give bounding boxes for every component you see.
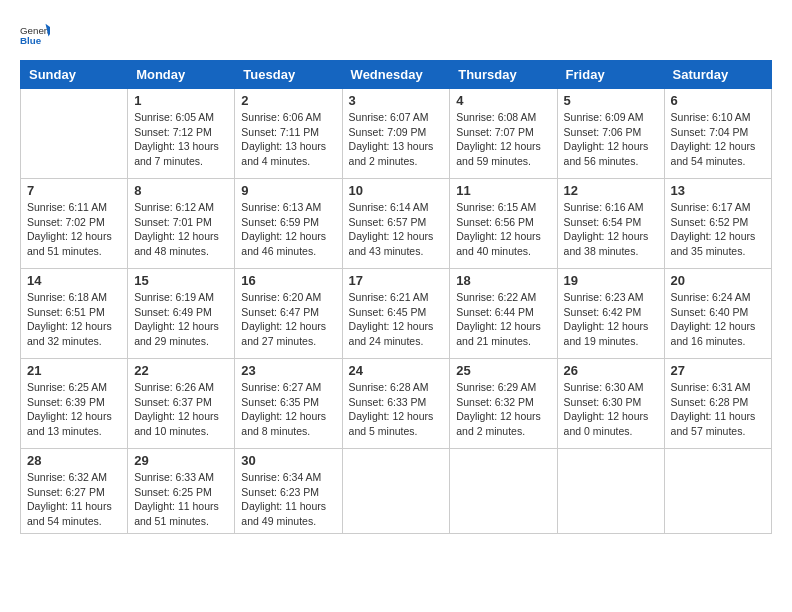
calendar-cell: 25Sunrise: 6:29 AMSunset: 6:32 PMDayligh…: [450, 359, 557, 449]
sunset-text: Sunset: 6:44 PM: [456, 305, 550, 320]
cell-content: Sunrise: 6:29 AMSunset: 6:32 PMDaylight:…: [456, 380, 550, 439]
cell-content: Sunrise: 6:17 AMSunset: 6:52 PMDaylight:…: [671, 200, 765, 259]
sunset-text: Sunset: 6:52 PM: [671, 215, 765, 230]
cell-content: Sunrise: 6:16 AMSunset: 6:54 PMDaylight:…: [564, 200, 658, 259]
daylight-text: Daylight: 12 hours and 13 minutes.: [27, 409, 121, 438]
day-number: 17: [349, 273, 444, 288]
sunrise-text: Sunrise: 6:15 AM: [456, 200, 550, 215]
sunrise-text: Sunrise: 6:33 AM: [134, 470, 228, 485]
calendar-cell: 24Sunrise: 6:28 AMSunset: 6:33 PMDayligh…: [342, 359, 450, 449]
daylight-text: Daylight: 13 hours and 4 minutes.: [241, 139, 335, 168]
daylight-text: Daylight: 13 hours and 7 minutes.: [134, 139, 228, 168]
day-number: 22: [134, 363, 228, 378]
sunset-text: Sunset: 6:28 PM: [671, 395, 765, 410]
sunrise-text: Sunrise: 6:08 AM: [456, 110, 550, 125]
day-number: 3: [349, 93, 444, 108]
sunrise-text: Sunrise: 6:19 AM: [134, 290, 228, 305]
daylight-text: Daylight: 12 hours and 46 minutes.: [241, 229, 335, 258]
daylight-text: Daylight: 12 hours and 10 minutes.: [134, 409, 228, 438]
svg-text:General: General: [20, 25, 50, 36]
sunrise-text: Sunrise: 6:26 AM: [134, 380, 228, 395]
day-number: 7: [27, 183, 121, 198]
day-number: 13: [671, 183, 765, 198]
calendar-week-row: 7Sunrise: 6:11 AMSunset: 7:02 PMDaylight…: [21, 179, 772, 269]
day-number: 1: [134, 93, 228, 108]
cell-content: Sunrise: 6:09 AMSunset: 7:06 PMDaylight:…: [564, 110, 658, 169]
day-number: 14: [27, 273, 121, 288]
day-number: 29: [134, 453, 228, 468]
weekday-header: Wednesday: [342, 61, 450, 89]
cell-content: Sunrise: 6:34 AMSunset: 6:23 PMDaylight:…: [241, 470, 335, 529]
calendar-cell: 11Sunrise: 6:15 AMSunset: 6:56 PMDayligh…: [450, 179, 557, 269]
calendar-cell: 8Sunrise: 6:12 AMSunset: 7:01 PMDaylight…: [128, 179, 235, 269]
calendar-week-row: 28Sunrise: 6:32 AMSunset: 6:27 PMDayligh…: [21, 449, 772, 534]
daylight-text: Daylight: 12 hours and 8 minutes.: [241, 409, 335, 438]
sunrise-text: Sunrise: 6:07 AM: [349, 110, 444, 125]
sunrise-text: Sunrise: 6:22 AM: [456, 290, 550, 305]
calendar-cell: 18Sunrise: 6:22 AMSunset: 6:44 PMDayligh…: [450, 269, 557, 359]
calendar-cell: 30Sunrise: 6:34 AMSunset: 6:23 PMDayligh…: [235, 449, 342, 534]
sunrise-text: Sunrise: 6:05 AM: [134, 110, 228, 125]
calendar-cell: 15Sunrise: 6:19 AMSunset: 6:49 PMDayligh…: [128, 269, 235, 359]
daylight-text: Daylight: 12 hours and 56 minutes.: [564, 139, 658, 168]
sunrise-text: Sunrise: 6:13 AM: [241, 200, 335, 215]
calendar-cell: [342, 449, 450, 534]
sunset-text: Sunset: 7:12 PM: [134, 125, 228, 140]
calendar-cell: 4Sunrise: 6:08 AMSunset: 7:07 PMDaylight…: [450, 89, 557, 179]
sunset-text: Sunset: 6:49 PM: [134, 305, 228, 320]
cell-content: Sunrise: 6:05 AMSunset: 7:12 PMDaylight:…: [134, 110, 228, 169]
calendar-cell: 19Sunrise: 6:23 AMSunset: 6:42 PMDayligh…: [557, 269, 664, 359]
calendar-cell: 14Sunrise: 6:18 AMSunset: 6:51 PMDayligh…: [21, 269, 128, 359]
cell-content: Sunrise: 6:25 AMSunset: 6:39 PMDaylight:…: [27, 380, 121, 439]
day-number: 19: [564, 273, 658, 288]
sunset-text: Sunset: 6:25 PM: [134, 485, 228, 500]
sunrise-text: Sunrise: 6:31 AM: [671, 380, 765, 395]
day-number: 21: [27, 363, 121, 378]
day-number: 5: [564, 93, 658, 108]
day-number: 30: [241, 453, 335, 468]
weekday-header: Thursday: [450, 61, 557, 89]
day-number: 26: [564, 363, 658, 378]
cell-content: Sunrise: 6:08 AMSunset: 7:07 PMDaylight:…: [456, 110, 550, 169]
calendar-cell: 3Sunrise: 6:07 AMSunset: 7:09 PMDaylight…: [342, 89, 450, 179]
daylight-text: Daylight: 12 hours and 43 minutes.: [349, 229, 444, 258]
calendar-cell: 20Sunrise: 6:24 AMSunset: 6:40 PMDayligh…: [664, 269, 771, 359]
sunrise-text: Sunrise: 6:11 AM: [27, 200, 121, 215]
svg-text:Blue: Blue: [20, 35, 42, 46]
sunset-text: Sunset: 6:57 PM: [349, 215, 444, 230]
calendar-cell: 29Sunrise: 6:33 AMSunset: 6:25 PMDayligh…: [128, 449, 235, 534]
daylight-text: Daylight: 12 hours and 48 minutes.: [134, 229, 228, 258]
sunset-text: Sunset: 6:56 PM: [456, 215, 550, 230]
sunrise-text: Sunrise: 6:21 AM: [349, 290, 444, 305]
daylight-text: Daylight: 12 hours and 5 minutes.: [349, 409, 444, 438]
sunset-text: Sunset: 6:35 PM: [241, 395, 335, 410]
calendar-cell: 21Sunrise: 6:25 AMSunset: 6:39 PMDayligh…: [21, 359, 128, 449]
day-number: 10: [349, 183, 444, 198]
sunrise-text: Sunrise: 6:30 AM: [564, 380, 658, 395]
day-number: 6: [671, 93, 765, 108]
daylight-text: Daylight: 12 hours and 29 minutes.: [134, 319, 228, 348]
sunrise-text: Sunrise: 6:12 AM: [134, 200, 228, 215]
sunrise-text: Sunrise: 6:32 AM: [27, 470, 121, 485]
daylight-text: Daylight: 12 hours and 32 minutes.: [27, 319, 121, 348]
sunset-text: Sunset: 6:47 PM: [241, 305, 335, 320]
daylight-text: Daylight: 12 hours and 27 minutes.: [241, 319, 335, 348]
cell-content: Sunrise: 6:32 AMSunset: 6:27 PMDaylight:…: [27, 470, 121, 529]
day-number: 16: [241, 273, 335, 288]
sunrise-text: Sunrise: 6:14 AM: [349, 200, 444, 215]
day-number: 15: [134, 273, 228, 288]
calendar-cell: 28Sunrise: 6:32 AMSunset: 6:27 PMDayligh…: [21, 449, 128, 534]
cell-content: Sunrise: 6:31 AMSunset: 6:28 PMDaylight:…: [671, 380, 765, 439]
calendar-cell: 2Sunrise: 6:06 AMSunset: 7:11 PMDaylight…: [235, 89, 342, 179]
calendar-cell: 5Sunrise: 6:09 AMSunset: 7:06 PMDaylight…: [557, 89, 664, 179]
sunset-text: Sunset: 7:06 PM: [564, 125, 658, 140]
daylight-text: Daylight: 13 hours and 2 minutes.: [349, 139, 444, 168]
cell-content: Sunrise: 6:06 AMSunset: 7:11 PMDaylight:…: [241, 110, 335, 169]
daylight-text: Daylight: 12 hours and 21 minutes.: [456, 319, 550, 348]
daylight-text: Daylight: 11 hours and 54 minutes.: [27, 499, 121, 528]
cell-content: Sunrise: 6:13 AMSunset: 6:59 PMDaylight:…: [241, 200, 335, 259]
day-number: 9: [241, 183, 335, 198]
cell-content: Sunrise: 6:22 AMSunset: 6:44 PMDaylight:…: [456, 290, 550, 349]
sunset-text: Sunset: 6:59 PM: [241, 215, 335, 230]
day-number: 20: [671, 273, 765, 288]
